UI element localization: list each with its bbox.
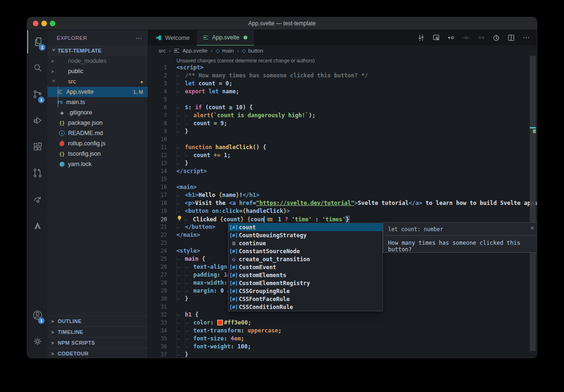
file-README.md[interactable]: iREADME.md bbox=[47, 128, 148, 138]
section-codetour[interactable]: >CODETOUR bbox=[47, 348, 148, 358]
svelte-file-icon bbox=[174, 49, 180, 53]
suggestion-CustomElementRegistry[interactable]: [ø]CustomElementRegistry bbox=[229, 279, 382, 287]
lightbulb-icon[interactable] bbox=[176, 215, 184, 221]
tour-next-icon[interactable] bbox=[475, 32, 487, 44]
code-line-15[interactable]: 15 bbox=[148, 175, 537, 183]
explorer-actions-icon[interactable]: ⋯ bbox=[136, 34, 142, 42]
close-window-button[interactable] bbox=[33, 21, 38, 26]
suggestion-CSSConditionRule[interactable]: [ø]CSSConditionRule bbox=[229, 303, 382, 311]
code-line-8[interactable]: 8→→count = 9; bbox=[148, 120, 537, 128]
section-timeline[interactable]: >TIMELINE bbox=[47, 326, 148, 337]
suggestion-customElements[interactable]: [ø]customElements bbox=[229, 271, 382, 279]
code-line-18[interactable]: 18→<p>Visit the <a href="https://svelte.… bbox=[148, 199, 537, 207]
code-line-9[interactable]: 9→} bbox=[148, 128, 537, 136]
token: text-transform bbox=[193, 327, 241, 334]
run-timer-icon[interactable] bbox=[490, 32, 502, 44]
symbol-variable-icon: [ø] bbox=[229, 225, 239, 230]
token: ; bbox=[236, 88, 239, 95]
tab-welcome[interactable]: Welcome bbox=[148, 30, 197, 45]
more-actions-icon[interactable] bbox=[520, 32, 532, 44]
code-editor[interactable]: Unsaved changes (cannot determine recent… bbox=[148, 56, 537, 358]
line-number: 21 bbox=[148, 223, 167, 231]
code-line-16[interactable]: 16<main> bbox=[148, 183, 537, 191]
activity-extensions[interactable] bbox=[27, 135, 47, 158]
suggestion-create_out_transition[interactable]: ◇create_out_transition bbox=[229, 255, 382, 263]
breadcrumb-App.svelte[interactable]: App.svelte bbox=[174, 48, 208, 53]
activity-run-debug[interactable] bbox=[27, 109, 47, 132]
suggestion-CSSGroupingRule[interactable]: [ø]CSSGroupingRule bbox=[229, 287, 382, 295]
file-label: App.svelte bbox=[66, 89, 133, 95]
suggestion-CountQueuingStrategy[interactable]: [ø]CountQueuingStrategy bbox=[229, 231, 382, 239]
scrollbar[interactable] bbox=[530, 56, 536, 351]
file-src[interactable]: >src● bbox=[47, 76, 148, 87]
code-line-32[interactable]: 32→h1 { bbox=[148, 311, 537, 319]
code-line-37[interactable]: 37→} bbox=[148, 351, 537, 358]
code-line-7[interactable]: 7→→alert(`count is dangerously high!`); bbox=[148, 112, 537, 120]
ts-glyph: TS bbox=[57, 100, 63, 105]
code-line-4[interactable]: 4→export let name; bbox=[148, 88, 537, 96]
file-rollup.config.js[interactable]: rollup.config.js bbox=[47, 138, 148, 149]
codelens-message[interactable]: Unsaved changes (cannot determine recent… bbox=[176, 57, 537, 64]
activity-explorer[interactable]: 1 bbox=[27, 30, 48, 53]
activity-settings[interactable] bbox=[27, 330, 47, 353]
code-line-12[interactable]: 12→→count += 1; bbox=[148, 151, 537, 159]
breadcrumb-src[interactable]: src bbox=[159, 48, 166, 53]
code-line-35[interactable]: 35→→font-size: 4em; bbox=[148, 335, 537, 343]
tour-previous-icon[interactable] bbox=[445, 32, 457, 44]
line-number: 7 bbox=[148, 112, 167, 120]
code-line-13[interactable]: 13→} bbox=[148, 159, 537, 167]
file-yarn.lock[interactable]: yarn.lock bbox=[47, 159, 148, 169]
activity-live-share[interactable] bbox=[27, 188, 47, 211]
activity-search[interactable] bbox=[27, 56, 47, 80]
breadcrumb-button[interactable]: ◇button bbox=[242, 48, 263, 54]
file-.gitignore[interactable]: ◆.gitignore bbox=[47, 107, 148, 118]
suggestion-CSSFontFaceRule[interactable]: [ø]CSSFontFaceRule bbox=[229, 295, 382, 303]
tour-current-icon[interactable] bbox=[460, 32, 472, 44]
compare-changes-icon[interactable] bbox=[415, 32, 427, 44]
close-icon[interactable]: × bbox=[530, 225, 534, 231]
code-line-6[interactable]: 6→$: if (count ≥ 10) { bbox=[148, 104, 537, 112]
code-line-10[interactable]: 10 bbox=[148, 136, 537, 143]
activity-source-control[interactable]: 1 bbox=[27, 83, 47, 106]
code-line-5[interactable]: 5 bbox=[148, 96, 537, 104]
token: main bbox=[185, 256, 202, 262]
file-App.svelte[interactable]: App.svelte1, M bbox=[47, 87, 148, 97]
modified-dot-icon[interactable] bbox=[244, 36, 247, 39]
code-line-14[interactable]: 14</script> bbox=[148, 167, 537, 175]
file-main.ts[interactable]: TSmain.ts bbox=[47, 97, 148, 107]
github-pr-icon bbox=[32, 168, 43, 178]
breadcrumb-main[interactable]: ◇main bbox=[216, 48, 234, 54]
code-line-3[interactable]: 3→let count = 0; bbox=[148, 80, 537, 88]
activity-bar: 11 1 bbox=[27, 30, 47, 358]
code-line-36[interactable]: 36→→font-weight: 100; bbox=[148, 343, 537, 351]
activity-azure[interactable] bbox=[27, 214, 47, 237]
code-line-19[interactable]: 19→<button on:click={handleClick}> bbox=[148, 207, 537, 215]
section-npm-scripts[interactable]: >NPM SCRIPTS bbox=[47, 337, 148, 348]
zoom-window-button[interactable] bbox=[50, 21, 55, 26]
file-public[interactable]: >public bbox=[47, 66, 148, 76]
open-preview-icon[interactable] bbox=[430, 32, 442, 44]
token: <main> bbox=[176, 184, 197, 190]
file-package.json[interactable]: {}package.json bbox=[47, 118, 148, 128]
code-line-17[interactable]: 17→<h1>Hello {name}!</h1> bbox=[148, 191, 537, 199]
code-line-11[interactable]: 11→function handleClick() { bbox=[148, 143, 537, 151]
suggestion-count[interactable]: [ø]count bbox=[229, 223, 382, 231]
minimize-window-button[interactable] bbox=[41, 21, 47, 26]
tab-app-svelte[interactable]: App.svelte bbox=[197, 30, 254, 45]
indent-guide: → bbox=[176, 120, 185, 128]
suggestion-ConstantSourceNode[interactable]: [ø]ConstantSourceNode bbox=[229, 247, 382, 255]
indent-guide: → bbox=[176, 335, 185, 343]
workspace-root-row[interactable]: > TEST-TEMPLATE bbox=[47, 45, 148, 56]
activity-accounts[interactable]: 1 bbox=[27, 303, 47, 327]
activity-github-pr[interactable] bbox=[27, 161, 47, 185]
code-line-34[interactable]: 34→→text-transform: uppercase; bbox=[148, 327, 537, 335]
code-line-1[interactable]: 1<script> bbox=[148, 64, 537, 72]
suggestion-continue[interactable]: ≡continue bbox=[229, 239, 382, 247]
file-node_modules[interactable]: >node_modules bbox=[47, 56, 148, 66]
code-line-33[interactable]: 33→→color: #ff3e00; bbox=[148, 319, 537, 327]
split-editor-icon[interactable] bbox=[505, 32, 517, 44]
code-line-2[interactable]: 2→/** How many times has someone clicked… bbox=[148, 72, 537, 80]
section-outline[interactable]: >OUTLINE bbox=[47, 316, 148, 326]
suggestion-CustomEvent[interactable]: [ø]CustomEvent bbox=[229, 263, 382, 271]
file-tsconfig.json[interactable]: {}tsconfig.json bbox=[47, 149, 148, 159]
